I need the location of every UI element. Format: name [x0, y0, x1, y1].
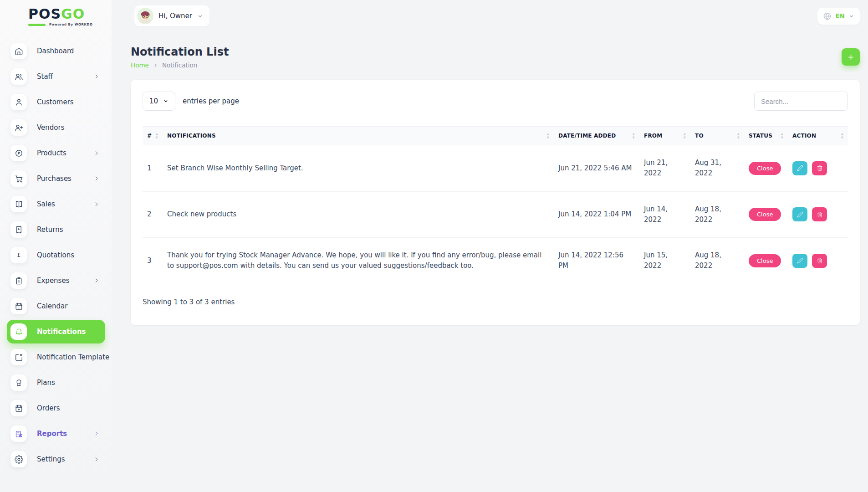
table-row: 2Check new productsJun 14, 2022 1:04 PMJ… — [143, 191, 848, 238]
chevron-down-icon — [197, 13, 203, 19]
sidebar-item-reports[interactable]: Reports — [7, 422, 105, 446]
sidebar-item-settings[interactable]: Settings — [7, 447, 105, 471]
sort-icon[interactable]: ▲▼ — [781, 133, 783, 139]
sidebar-item-label: Customers — [37, 98, 74, 106]
sidebar-item-notifications[interactable]: Notifications — [7, 320, 105, 343]
sidebar-item-staff[interactable]: Staff — [7, 65, 105, 88]
chevron-right-icon — [153, 63, 158, 68]
breadcrumb-current: Notification — [162, 62, 197, 69]
column-header-notifications[interactable]: NOTIFICATIONS▲▼ — [163, 127, 554, 145]
chevron-right-icon — [93, 150, 100, 156]
chevron-right-icon — [93, 201, 100, 207]
sidebar-item-orders[interactable]: Orders — [7, 396, 105, 420]
powered-by-label: Powered By WORKDO — [49, 23, 93, 26]
chevron-right-icon — [93, 456, 100, 462]
brand-name-primary: POS — [28, 6, 61, 22]
svg-text:£: £ — [17, 252, 20, 258]
column-header-status[interactable]: STATUS▲▼ — [744, 127, 788, 145]
sidebar-item-sales[interactable]: Sales — [7, 192, 105, 216]
column-header-[interactable]: #▲▼ — [143, 127, 163, 145]
table-row: 3Thank you for trying Stock Manager Adva… — [143, 238, 848, 284]
sort-icon[interactable]: ▲▼ — [684, 133, 686, 139]
column-header-from[interactable]: FROM▲▼ — [639, 127, 690, 145]
sidebar-item-purchases[interactable]: Purchases — [7, 167, 105, 190]
sidebar-item-label: Reports — [37, 430, 67, 438]
user-greeting: Hi, Owner — [158, 12, 192, 20]
brand-name: POSGO — [28, 6, 105, 21]
breadcrumb-home-link[interactable]: Home — [131, 62, 149, 69]
edit-button[interactable] — [792, 207, 807, 221]
edit-button[interactable] — [792, 161, 807, 175]
edit-button[interactable] — [792, 254, 807, 268]
sidebar-item-returns[interactable]: Returns — [7, 218, 105, 241]
language-label: EN — [835, 12, 845, 20]
sidebar: POSGO Powered By WORKDO DashboardStaffCu… — [0, 0, 112, 492]
sort-icon[interactable]: ▲▼ — [841, 133, 843, 139]
sidebar-item-calendar[interactable]: 1Calendar — [7, 294, 105, 318]
calendar-plus-icon — [10, 400, 27, 416]
sidebar-item-vendors[interactable]: Vendors — [7, 116, 105, 139]
svg-text:P: P — [17, 151, 20, 155]
notifications-table: #▲▼NOTIFICATIONS▲▼DATE/TIME ADDED▲▼FROM▲… — [143, 126, 848, 284]
table-header-row: #▲▼NOTIFICATIONS▲▼DATE/TIME ADDED▲▼FROM▲… — [143, 127, 848, 145]
sidebar-item-label: Notification Template — [37, 353, 109, 361]
entries-per-page-label: entries per page — [183, 97, 239, 105]
user-menu[interactable]: Hi, Owner — [134, 5, 209, 26]
product-circle-icon: P — [10, 145, 27, 161]
delete-button[interactable] — [812, 207, 827, 221]
column-header-action[interactable]: ACTION▲▼ — [788, 127, 848, 145]
sidebar-item-plans[interactable]: Plans — [7, 371, 105, 395]
sidebar-item-products[interactable]: PProducts — [7, 141, 105, 165]
sidebar-item-label: Settings — [37, 455, 65, 463]
status-close-button[interactable]: Close — [749, 208, 781, 221]
search-input[interactable] — [754, 92, 848, 111]
table-row: 1Set Branch Wise Monthly Selling Target.… — [143, 145, 848, 192]
notification-text: Thank you for trying Stock Manager Advan… — [163, 238, 554, 284]
sidebar-item-quotations[interactable]: £Quotations — [7, 243, 105, 267]
home-icon — [10, 43, 27, 59]
report-clock-icon — [10, 425, 27, 442]
app-root: POSGO Powered By WORKDO DashboardStaffCu… — [0, 0, 868, 492]
row-index: 1 — [143, 145, 163, 192]
sort-icon[interactable]: ▲▼ — [737, 133, 740, 139]
sidebar-item-dashboard[interactable]: Dashboard — [7, 39, 105, 63]
delete-button[interactable] — [812, 161, 827, 175]
sort-icon[interactable]: ▲▼ — [547, 133, 549, 139]
sidebar-item-label: Expenses — [37, 277, 69, 285]
sidebar-item-label: Purchases — [37, 174, 71, 183]
add-notification-button[interactable] — [842, 48, 860, 66]
row-index: 2 — [143, 191, 163, 238]
receipt-return-icon — [10, 221, 27, 238]
trash-icon — [817, 165, 823, 171]
column-header-date-time-added[interactable]: DATE/TIME ADDED▲▼ — [554, 127, 639, 145]
breadcrumb: Home Notification — [131, 62, 229, 69]
entries-per-page-select[interactable]: 10 — [143, 92, 175, 111]
datetime-added: Jun 21, 2022 5:46 AM — [554, 145, 639, 192]
pencil-icon — [797, 257, 803, 264]
notification-list-card: 10 entries per page #▲▼NOTIFICATIONS▲▼DA… — [131, 80, 860, 325]
column-header-to[interactable]: TO▲▼ — [690, 127, 744, 145]
brand-name-accent: GO — [61, 6, 85, 22]
sidebar-item-expenses[interactable]: $Expenses — [7, 269, 105, 292]
language-selector[interactable]: EN — [817, 8, 860, 25]
sidebar-item-label: Calendar — [37, 302, 67, 310]
svg-text:1: 1 — [18, 306, 20, 309]
chevron-right-icon — [93, 73, 100, 80]
date-from: Jun 21, 2022 — [639, 145, 690, 192]
delete-button[interactable] — [812, 254, 827, 268]
gear-icon — [10, 451, 27, 467]
sidebar-item-label: Dashboard — [37, 47, 74, 55]
book-open-icon — [10, 196, 27, 212]
status-close-button[interactable]: Close — [749, 254, 781, 267]
brand-logo[interactable]: POSGO Powered By WORKDO — [7, 6, 105, 26]
sort-icon[interactable]: ▲▼ — [633, 133, 635, 139]
chevron-right-icon — [93, 277, 100, 284]
date-to: Aug 18, 2022 — [690, 238, 744, 284]
clipboard-dollar-icon: $ — [10, 272, 27, 289]
sidebar-item-label: Vendors — [37, 123, 65, 132]
sort-icon[interactable]: ▲▼ — [156, 133, 158, 139]
sidebar-item-notification-template[interactable]: Notification Template — [7, 345, 105, 369]
sidebar-item-label: Sales — [37, 200, 55, 208]
status-close-button[interactable]: Close — [749, 162, 781, 175]
sidebar-item-customers[interactable]: Customers — [7, 90, 105, 114]
